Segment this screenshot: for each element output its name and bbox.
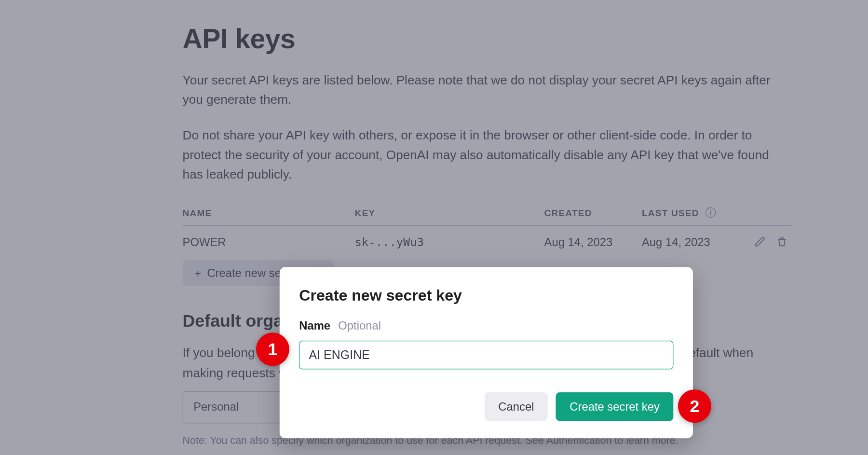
annotation-badge-2: 2 <box>678 389 711 423</box>
name-label-optional: Optional <box>338 319 381 332</box>
name-field-label: Name Optional <box>299 319 673 332</box>
name-label-text: Name <box>299 319 330 332</box>
annotation-badge-1: 1 <box>256 332 289 366</box>
key-name-input[interactable] <box>299 341 673 370</box>
cancel-button[interactable]: Cancel <box>485 392 548 421</box>
create-secret-key-submit[interactable]: Create secret key <box>556 392 674 421</box>
modal-title: Create new secret key <box>299 287 673 304</box>
create-key-modal: Create new secret key Name Optional Canc… <box>280 267 693 439</box>
